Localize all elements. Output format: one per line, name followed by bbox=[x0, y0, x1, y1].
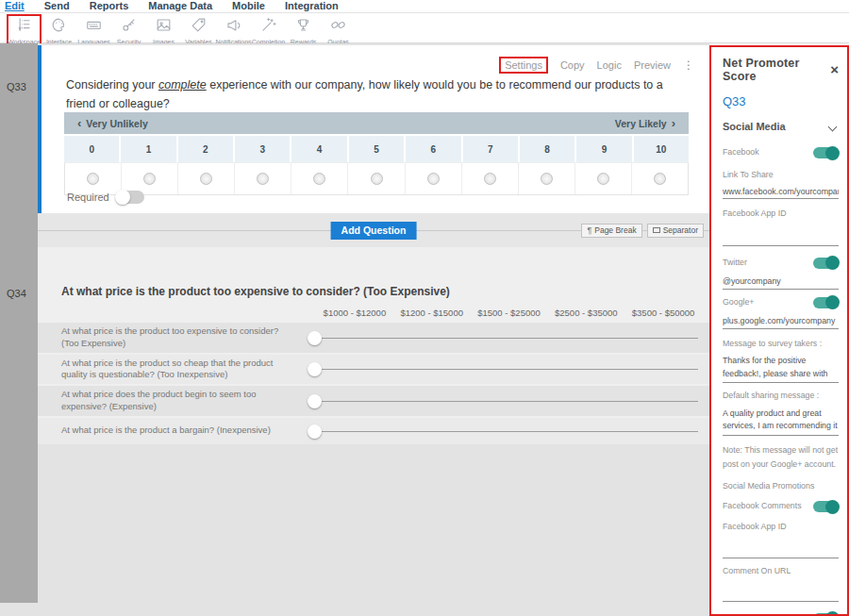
facebook-toggle[interactable] bbox=[813, 147, 839, 158]
facebook-comments-toggle[interactable] bbox=[813, 501, 839, 512]
comment-on-url-input[interactable] bbox=[723, 589, 839, 602]
q33-gutter-label: Q33 bbox=[7, 81, 26, 92]
preview-button[interactable]: Preview bbox=[634, 59, 671, 71]
default-sharing-label: Default sharing message : bbox=[723, 391, 839, 401]
images-icon bbox=[155, 16, 173, 38]
radio-button[interactable] bbox=[371, 173, 383, 185]
required-row: Required bbox=[67, 191, 144, 204]
slider-row: At what price is the product a bargain? … bbox=[38, 418, 709, 444]
add-question-button[interactable]: Add Question bbox=[331, 222, 417, 240]
price-slider bbox=[309, 393, 698, 408]
nps-right-anchor: Very Likely bbox=[615, 118, 667, 129]
default-sharing-textarea[interactable]: A quality product and great services, I … bbox=[723, 408, 839, 436]
facebook-app-id-label: Facebook App ID bbox=[723, 208, 839, 219]
google-plus-label: Google+ bbox=[723, 297, 755, 308]
nps-scale-header: ‹Very Unlikely Very Likely› bbox=[64, 112, 689, 134]
toolbar-item-workspace[interactable]: Workspace bbox=[7, 14, 42, 47]
separator-button[interactable]: Separator bbox=[647, 224, 704, 238]
completion-icon bbox=[259, 16, 277, 38]
toolbar-item-variables[interactable]: Variables bbox=[181, 14, 216, 45]
radio-button[interactable] bbox=[541, 173, 553, 185]
nps-left-anchor: Very Unlikely bbox=[86, 118, 147, 129]
toolbar-item-quotas[interactable]: Quotas bbox=[321, 14, 356, 45]
radio-button[interactable] bbox=[484, 173, 496, 185]
page-break-button[interactable]: ¶Page Break bbox=[581, 224, 641, 238]
slider-track bbox=[309, 401, 698, 402]
price-slider bbox=[309, 424, 698, 439]
nps-radio-cell bbox=[632, 163, 688, 194]
radio-button[interactable] bbox=[87, 173, 99, 185]
menu-item-edit[interactable]: Edit bbox=[5, 0, 25, 11]
chevron-right-icon[interactable]: › bbox=[672, 116, 675, 130]
radio-button[interactable] bbox=[143, 173, 156, 185]
question-text-emphasis: complete bbox=[158, 78, 207, 92]
price-slider bbox=[309, 361, 698, 376]
link-to-share-input[interactable] bbox=[723, 186, 839, 199]
toolbar-item-images[interactable]: Images bbox=[146, 14, 181, 45]
required-toggle[interactable] bbox=[116, 191, 144, 204]
menu-item-send[interactable]: Send bbox=[44, 0, 70, 11]
q34-gutter-label: Q34 bbox=[7, 288, 26, 299]
twitter-handle-input[interactable] bbox=[723, 276, 839, 290]
radio-button[interactable] bbox=[427, 173, 440, 185]
variables-icon bbox=[190, 16, 208, 38]
menu-bar: Edit Send Reports Manage Data Mobile Int… bbox=[0, 0, 849, 13]
nps-radio-cell bbox=[519, 163, 575, 194]
notifications-icon bbox=[225, 16, 242, 38]
facebook-label: Facebook bbox=[723, 147, 759, 158]
quotas-icon bbox=[329, 16, 347, 38]
slider-knob[interactable] bbox=[308, 362, 322, 376]
nps-point-0: 0 bbox=[64, 136, 121, 162]
facebook-comments-label: Facebook Comments bbox=[723, 501, 802, 511]
slider-row-label: At what price does the product begin to … bbox=[38, 389, 292, 413]
chevron-down-icon[interactable] bbox=[828, 122, 838, 131]
facebook-app-id-2-label: Facebook App ID bbox=[723, 522, 839, 532]
radio-button[interactable] bbox=[654, 173, 666, 185]
nps-point-1: 1 bbox=[121, 136, 177, 162]
toolbar-item-security[interactable]: Security bbox=[111, 14, 146, 45]
twitter-label: Twitter bbox=[723, 258, 747, 268]
copy-button[interactable]: Copy bbox=[560, 59, 585, 71]
facebook-app-id-2-input[interactable] bbox=[723, 545, 839, 558]
settings-button[interactable]: Settings bbox=[499, 57, 548, 74]
facebook-app-id-input[interactable] bbox=[723, 233, 839, 246]
radio-button[interactable] bbox=[597, 173, 609, 185]
survey-canvas: Q33 Q34 Settings Copy Logic Preview ⋮ Co… bbox=[0, 43, 709, 616]
question-gutter: Q33 Q34 bbox=[0, 43, 38, 603]
toggle-knob bbox=[825, 256, 840, 270]
toolbar-item-completion[interactable]: Completion bbox=[251, 14, 286, 45]
google-plus-url-input[interactable] bbox=[723, 316, 839, 329]
page-break-icon: ¶ bbox=[587, 225, 591, 235]
toolbar-item-notifications[interactable]: Notifications bbox=[216, 14, 251, 45]
toggle-knob bbox=[825, 611, 840, 616]
menu-item-reports[interactable]: Reports bbox=[90, 0, 129, 11]
price-column-header: $1000 - $12000 bbox=[316, 308, 393, 318]
slider-row-label: At what price is the product too expensi… bbox=[38, 325, 292, 350]
chevron-left-icon[interactable]: ‹ bbox=[77, 116, 81, 130]
radio-button[interactable] bbox=[257, 173, 269, 185]
toolbar-item-rewards[interactable]: Rewards bbox=[286, 14, 321, 45]
nps-radio-cell bbox=[348, 163, 405, 194]
radio-button[interactable] bbox=[200, 173, 212, 185]
menu-item-mobile[interactable]: Mobile bbox=[232, 0, 265, 11]
menu-item-integration[interactable]: Integration bbox=[285, 0, 339, 11]
slider-knob[interactable] bbox=[308, 331, 322, 345]
slider-knob[interactable] bbox=[308, 394, 322, 408]
q33-question-card: Settings Copy Logic Preview ⋮ Considerin… bbox=[38, 45, 709, 213]
more-options-icon[interactable]: ⋮ bbox=[683, 60, 694, 70]
toolbar-item-interface[interactable]: Interface bbox=[42, 14, 76, 45]
twitter-toggle[interactable] bbox=[813, 258, 839, 269]
price-column-header: $1200 - $15000 bbox=[393, 308, 471, 318]
menu-item-manage-data[interactable]: Manage Data bbox=[148, 0, 212, 11]
slider-knob[interactable] bbox=[308, 425, 322, 439]
close-icon[interactable]: × bbox=[830, 64, 839, 75]
price-column-header: $3500 - $50000 bbox=[624, 308, 702, 318]
nps-point-3: 3 bbox=[235, 136, 291, 162]
google-plus-toggle[interactable] bbox=[813, 297, 839, 308]
nps-radio-cell bbox=[291, 163, 348, 194]
logic-button[interactable]: Logic bbox=[597, 59, 622, 71]
toolbar-item-languages[interactable]: Languages bbox=[76, 14, 111, 45]
message-to-takers-textarea[interactable]: Thanks for the positive feedback!, pleas… bbox=[723, 355, 839, 383]
radio-button[interactable] bbox=[313, 173, 325, 185]
nps-radio-cell bbox=[235, 163, 291, 194]
